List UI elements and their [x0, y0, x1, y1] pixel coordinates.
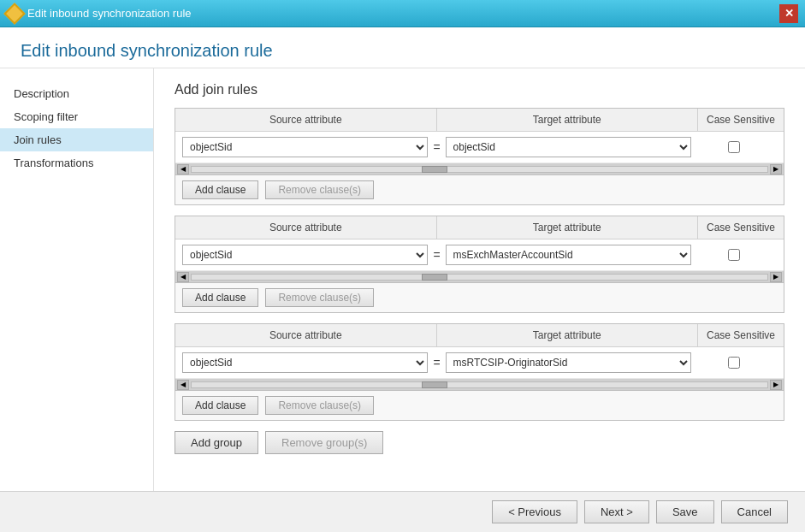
title-bar-left: Edit inbound synchronization rule: [7, 6, 192, 21]
target-select-3-0[interactable]: msRTCSIP-OriginatorSid: [446, 352, 691, 373]
scroll-right-1[interactable]: ▶: [770, 164, 782, 174]
scroll-track-2[interactable]: [191, 274, 768, 281]
remove-clause-btn-2[interactable]: Remove clause(s): [265, 288, 374, 307]
scrollbar-3[interactable]: ◀ ▶: [175, 379, 784, 391]
target-header-3: Target attribute: [437, 324, 699, 346]
sidebar-item-description[interactable]: Description: [0, 82, 153, 105]
equals-sign-1-0: =: [428, 140, 445, 154]
case-header-1: Case Sensitive: [698, 109, 784, 131]
next-button[interactable]: Next >: [584, 500, 649, 523]
footer: < Previous Next > Save Cancel: [0, 491, 805, 532]
equals-sign-2-0: =: [428, 248, 445, 262]
page-header: Edit inbound synchronization rule: [0, 27, 805, 68]
window-title: Edit inbound synchronization rule: [27, 7, 192, 20]
target-select-1-0[interactable]: objectSid: [446, 137, 691, 157]
add-clause-btn-3[interactable]: Add clause: [182, 396, 258, 415]
rule-source-1-0: objectSid: [182, 137, 428, 157]
main-content: Add join rules Source attribute Target a…: [154, 68, 805, 491]
close-button[interactable]: ✕: [779, 4, 798, 23]
rule-group-1-header: Source attribute Target attribute Case S…: [175, 109, 784, 132]
rule-row-3-0: objectSid = msRTCSIP-OriginatorSid: [175, 347, 784, 379]
rule-row-1-0: objectSid = objectSid: [175, 132, 784, 163]
source-select-3-0[interactable]: objectSid: [182, 352, 428, 373]
rule-group-1: Source attribute Target attribute Case S…: [175, 108, 784, 205]
source-header-1: Source attribute: [175, 109, 437, 131]
case-header-3: Case Sensitive: [698, 324, 784, 346]
rule-group-2: Source attribute Target attribute Case S…: [175, 216, 784, 313]
app-icon: [3, 3, 25, 24]
scroll-thumb-2: [422, 274, 447, 281]
sidebar-item-join-rules[interactable]: Join rules: [0, 128, 153, 151]
sidebar-item-transformations[interactable]: Transformations: [0, 151, 153, 174]
case-header-2: Case Sensitive: [698, 216, 784, 239]
title-bar: Edit inbound synchronization rule ✕: [0, 0, 805, 27]
previous-button[interactable]: < Previous: [492, 500, 577, 523]
add-clause-btn-1[interactable]: Add clause: [182, 180, 258, 199]
rule-source-3-0: objectSid: [182, 352, 428, 373]
rule-target-1-0: objectSid: [446, 137, 691, 157]
rule-group-2-header: Source attribute Target attribute Case S…: [175, 216, 784, 239]
scroll-right-2[interactable]: ▶: [770, 272, 782, 282]
rule-group-3: Source attribute Target attribute Case S…: [175, 323, 784, 421]
case-check-1-0: [691, 141, 777, 153]
section-title: Add join rules: [175, 82, 784, 98]
content-area: Description Scoping filter Join rules Tr…: [0, 68, 805, 491]
target-header-1: Target attribute: [437, 109, 699, 131]
source-select-1-0[interactable]: objectSid: [182, 137, 428, 157]
remove-clause-btn-1[interactable]: Remove clause(s): [265, 180, 374, 199]
page-title: Edit inbound synchronization rule: [21, 41, 784, 61]
scroll-left-3[interactable]: ◀: [177, 380, 189, 390]
rule-row-2-0: objectSid = msExchMasterAccountSid: [175, 239, 784, 271]
scroll-track-1[interactable]: [191, 166, 768, 173]
add-group-button[interactable]: Add group: [175, 431, 258, 454]
main-container: Edit inbound synchronization rule Descri…: [0, 27, 805, 532]
rule-group-3-header: Source attribute Target attribute Case S…: [175, 324, 784, 347]
add-clause-btn-2[interactable]: Add clause: [182, 288, 258, 307]
case-checkbox-1-0[interactable]: [728, 141, 740, 153]
source-select-2-0[interactable]: objectSid: [182, 245, 428, 265]
clause-row-1: Add clause Remove clause(s): [175, 175, 784, 204]
case-checkbox-2-0[interactable]: [728, 249, 740, 261]
case-checkbox-3-0[interactable]: [728, 357, 740, 369]
scroll-track-3[interactable]: [191, 381, 768, 388]
rule-target-2-0: msExchMasterAccountSid: [446, 245, 691, 265]
target-header-2: Target attribute: [437, 216, 699, 239]
remove-clause-btn-3[interactable]: Remove clause(s): [265, 396, 374, 415]
case-check-2-0: [691, 249, 777, 261]
sidebar-item-scoping-filter[interactable]: Scoping filter: [0, 105, 153, 128]
source-header-2: Source attribute: [175, 216, 437, 239]
scroll-left-1[interactable]: ◀: [177, 164, 189, 174]
scroll-thumb-3: [422, 381, 447, 388]
clause-row-2: Add clause Remove clause(s): [175, 283, 784, 312]
target-select-2-0[interactable]: msExchMasterAccountSid: [446, 245, 691, 265]
sidebar: Description Scoping filter Join rules Tr…: [0, 68, 154, 491]
clause-row-3: Add clause Remove clause(s): [175, 391, 784, 420]
save-button[interactable]: Save: [656, 500, 714, 523]
cancel-button[interactable]: Cancel: [721, 500, 788, 523]
remove-group-button[interactable]: Remove group(s): [265, 431, 383, 454]
scroll-right-3[interactable]: ▶: [770, 380, 782, 390]
scrollbar-1[interactable]: ◀ ▶: [175, 163, 784, 175]
rule-source-2-0: objectSid: [182, 245, 428, 265]
scroll-thumb-1: [422, 166, 447, 173]
equals-sign-3-0: =: [428, 356, 445, 369]
rule-target-3-0: msRTCSIP-OriginatorSid: [446, 352, 691, 373]
group-buttons: Add group Remove group(s): [175, 431, 784, 454]
scrollbar-2[interactable]: ◀ ▶: [175, 271, 784, 283]
case-check-3-0: [691, 357, 777, 369]
source-header-3: Source attribute: [175, 324, 437, 346]
scroll-left-2[interactable]: ◀: [177, 272, 189, 282]
